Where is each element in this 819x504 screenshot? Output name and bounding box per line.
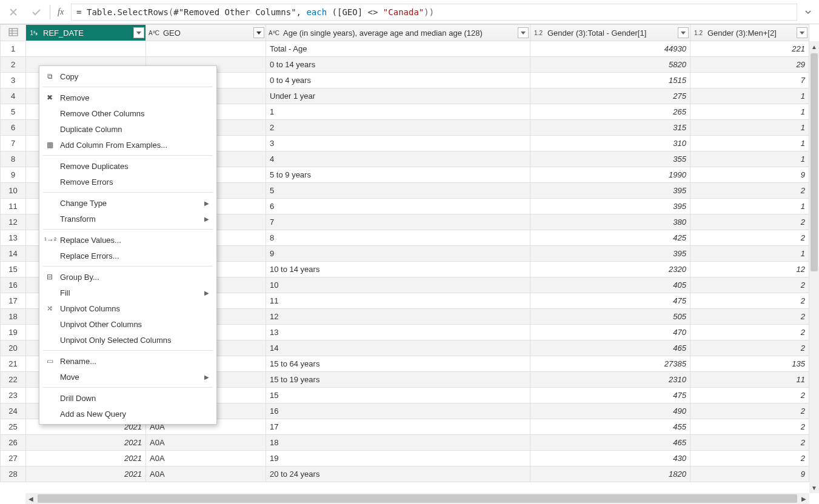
cell[interactable]: 8 <box>266 230 530 246</box>
cell[interactable]: 2 <box>690 214 809 230</box>
vertical-scroll-thumb[interactable] <box>811 53 818 271</box>
row-number[interactable]: 20 <box>1 340 26 356</box>
cell[interactable]: 15 <box>266 388 530 403</box>
cell[interactable]: 1 <box>690 136 809 151</box>
cell[interactable]: 16 <box>266 403 530 419</box>
cell[interactable]: 395 <box>530 199 690 214</box>
menu-item[interactable]: Remove Other Columns <box>39 105 216 121</box>
cell[interactable]: Total - Age <box>266 41 530 57</box>
menu-item[interactable]: Remove Errors <box>39 174 216 190</box>
row-number[interactable]: 4 <box>1 88 26 104</box>
row-number[interactable]: 16 <box>1 277 26 293</box>
cell[interactable]: 9 <box>690 167 809 183</box>
scroll-down-button[interactable]: ▼ <box>809 482 819 493</box>
cell[interactable]: 425 <box>530 230 690 246</box>
row-number[interactable]: 5 <box>1 104 26 120</box>
menu-item[interactable]: ⊟Group By... <box>39 269 216 285</box>
cell[interactable]: 2 <box>690 309 809 325</box>
cancel-formula-button[interactable] <box>4 4 23 21</box>
cell[interactable]: 395 <box>530 246 690 262</box>
cell[interactable]: 475 <box>530 293 690 309</box>
cell[interactable]: 9 <box>266 246 530 262</box>
cell[interactable]: 10 to 14 years <box>266 262 530 277</box>
cell[interactable]: 0 to 14 years <box>266 57 530 73</box>
menu-item[interactable]: ▭Rename... <box>39 353 216 369</box>
cell[interactable]: 13 <box>266 325 530 340</box>
cell[interactable]: 27385 <box>530 356 690 372</box>
menu-item[interactable]: Duplicate Column <box>39 121 216 137</box>
commit-formula-button[interactable] <box>27 4 46 21</box>
cell[interactable]: 7 <box>266 214 530 230</box>
cell[interactable]: 395 <box>530 183 690 199</box>
cell[interactable]: 2310 <box>530 372 690 388</box>
cell[interactable]: 505 <box>530 309 690 325</box>
cell[interactable] <box>146 41 266 57</box>
cell[interactable]: 1 <box>690 104 809 120</box>
filter-dropdown-icon[interactable] <box>253 27 264 38</box>
row-number[interactable]: 6 <box>1 120 26 136</box>
cell[interactable]: 11 <box>266 293 530 309</box>
cell[interactable]: 3 <box>266 136 530 151</box>
column-header[interactable]: 1²₃REF_DATE <box>26 25 146 41</box>
cell[interactable]: 2021 <box>26 435 146 451</box>
table-row[interactable]: 262021A0A184652 <box>1 435 809 451</box>
cell[interactable]: A0A <box>146 466 266 482</box>
cell[interactable]: 380 <box>530 214 690 230</box>
cell[interactable]: 1 <box>690 199 809 214</box>
cell[interactable]: 10 <box>266 277 530 293</box>
cell[interactable]: 18 <box>266 435 530 451</box>
cell[interactable] <box>26 41 146 57</box>
cell[interactable]: 0 to 4 years <box>266 73 530 88</box>
cell[interactable]: 2 <box>690 451 809 466</box>
type-icon[interactable]: AᴮC <box>267 30 281 36</box>
horizontal-scroll-thumb[interactable] <box>38 494 797 503</box>
select-all-corner[interactable] <box>1 25 26 41</box>
row-number[interactable]: 12 <box>1 214 26 230</box>
cell[interactable]: A0A <box>146 451 266 466</box>
cell[interactable]: 465 <box>530 340 690 356</box>
cell[interactable]: 15 to 64 years <box>266 356 530 372</box>
cell[interactable]: 275 <box>530 88 690 104</box>
cell[interactable]: 455 <box>530 419 690 435</box>
cell[interactable]: 19 <box>266 451 530 466</box>
horizontal-scrollbar[interactable]: ◀ ▶ <box>25 493 809 504</box>
cell[interactable]: Under 1 year <box>266 88 530 104</box>
cell[interactable]: 1990 <box>530 167 690 183</box>
column-header[interactable]: 1.2Gender (3):Men+[2] <box>690 25 809 41</box>
cell[interactable]: 2 <box>690 419 809 435</box>
row-number[interactable]: 9 <box>1 167 26 183</box>
cell[interactable]: 2 <box>690 388 809 403</box>
cell[interactable]: 265 <box>530 104 690 120</box>
row-number[interactable]: 25 <box>1 419 26 435</box>
row-number[interactable]: 10 <box>1 183 26 199</box>
filter-dropdown-icon[interactable] <box>133 27 144 38</box>
row-number[interactable]: 3 <box>1 73 26 88</box>
cell[interactable]: 29 <box>690 57 809 73</box>
cell[interactable]: 1 <box>690 151 809 167</box>
cell[interactable]: 20 to 24 years <box>266 466 530 482</box>
vertical-scrollbar[interactable]: ▲ ▼ <box>809 41 819 493</box>
row-number[interactable]: 11 <box>1 199 26 214</box>
table-row[interactable]: 272021A0A194302 <box>1 451 809 466</box>
cell[interactable]: A0A <box>146 435 266 451</box>
menu-item[interactable]: Unpivot Other Columns <box>39 316 216 332</box>
filter-dropdown-icon[interactable] <box>518 27 529 38</box>
row-number[interactable]: 2 <box>1 57 26 73</box>
expand-formula-button[interactable] <box>801 8 815 16</box>
cell[interactable]: 355 <box>530 151 690 167</box>
menu-item[interactable]: ▦Add Column From Examples... <box>39 137 216 153</box>
scroll-right-button[interactable]: ▶ <box>798 493 809 504</box>
row-number[interactable]: 24 <box>1 403 26 419</box>
table-row[interactable]: 1Total - Age44930221 <box>1 41 809 57</box>
cell[interactable]: 17 <box>266 419 530 435</box>
row-number[interactable]: 1 <box>1 41 26 57</box>
type-icon[interactable]: AᴮC <box>147 30 161 36</box>
cell[interactable]: 1 <box>690 120 809 136</box>
cell[interactable]: 4 <box>266 151 530 167</box>
cell[interactable]: 1820 <box>530 466 690 482</box>
menu-item[interactable]: Remove Duplicates <box>39 158 216 174</box>
menu-item[interactable]: Fill▶ <box>39 285 216 300</box>
cell[interactable]: 221 <box>690 41 809 57</box>
menu-item[interactable]: Move▶ <box>39 369 216 385</box>
cell[interactable]: 135 <box>690 356 809 372</box>
